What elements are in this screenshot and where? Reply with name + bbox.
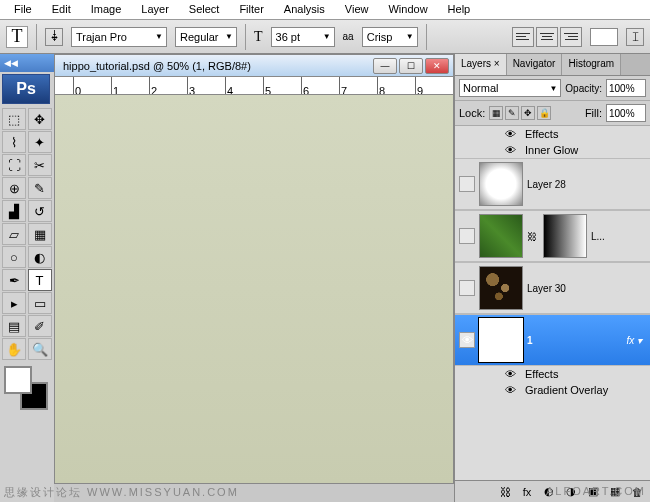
foreground-color-swatch[interactable] xyxy=(4,366,32,394)
blur-tool[interactable]: ○ xyxy=(2,246,26,268)
opacity-input[interactable]: 100% xyxy=(606,79,646,97)
layer-style-button[interactable]: fx xyxy=(518,484,536,500)
visibility-toggle[interactable] xyxy=(459,176,475,192)
divider xyxy=(245,24,246,50)
link-layers-button[interactable]: ⛓ xyxy=(496,484,514,500)
layer-thumbnail[interactable] xyxy=(479,214,523,258)
gradient-tool[interactable]: ▦ xyxy=(28,223,52,245)
hand-tool[interactable]: ✋ xyxy=(2,338,26,360)
divider xyxy=(426,24,427,50)
align-left-button[interactable] xyxy=(512,27,534,47)
mask-thumbnail[interactable] xyxy=(543,214,587,258)
font-family-dropdown[interactable]: Trajan Pro▼ xyxy=(71,27,167,47)
fx-indicator[interactable]: fx ▾ xyxy=(626,335,646,346)
new-group-button[interactable]: ▣ xyxy=(584,484,602,500)
canvas[interactable] xyxy=(55,95,453,483)
menu-layer[interactable]: Layer xyxy=(131,0,179,19)
delete-layer-button[interactable]: 🗑 xyxy=(628,484,646,500)
horizontal-ruler[interactable]: 0 1 2 3 4 5 6 7 8 9 10 xyxy=(55,77,453,95)
lock-position-icon[interactable]: ✥ xyxy=(521,106,535,120)
eye-icon[interactable]: 👁 xyxy=(505,128,519,140)
effect-inner-glow[interactable]: 👁Inner Glow xyxy=(455,142,650,158)
tab-navigator[interactable]: Navigator xyxy=(507,54,563,75)
maximize-button[interactable]: ☐ xyxy=(399,58,423,74)
pen-tool[interactable]: ✒ xyxy=(2,269,26,291)
layer-row-selected[interactable]: 👁 1 fx ▾ xyxy=(455,314,650,366)
layer-thumbnail[interactable] xyxy=(479,162,523,206)
layer-name[interactable]: 1 xyxy=(527,335,533,346)
font-style-dropdown[interactable]: Regular▼ xyxy=(175,27,237,47)
path-selection-tool[interactable]: ▸ xyxy=(2,292,26,314)
toolbox-header[interactable]: ◀◀ xyxy=(0,54,54,72)
warp-text-button[interactable]: 𝙸 xyxy=(626,28,644,46)
menu-file[interactable]: File xyxy=(4,0,42,19)
layer-name[interactable]: Layer 28 xyxy=(527,179,566,190)
history-brush-tool[interactable]: ↺ xyxy=(28,200,52,222)
visibility-toggle[interactable] xyxy=(459,228,475,244)
slice-tool[interactable]: ✂ xyxy=(28,154,52,176)
eye-icon[interactable]: 👁 xyxy=(505,368,519,380)
fill-input[interactable]: 100% xyxy=(606,104,646,122)
link-icon[interactable]: ⛓ xyxy=(527,231,539,242)
menu-filter[interactable]: Filter xyxy=(229,0,273,19)
align-right-button[interactable] xyxy=(560,27,582,47)
visibility-toggle[interactable] xyxy=(459,280,475,296)
zoom-tool[interactable]: 🔍 xyxy=(28,338,52,360)
menu-window[interactable]: Window xyxy=(378,0,437,19)
notes-tool[interactable]: ▤ xyxy=(2,315,26,337)
menu-analysis[interactable]: Analysis xyxy=(274,0,335,19)
menu-view[interactable]: View xyxy=(335,0,379,19)
menu-image[interactable]: Image xyxy=(81,0,132,19)
layer-row[interactable]: Layer 28 xyxy=(455,158,650,210)
lock-all-icon[interactable]: 🔒 xyxy=(537,106,551,120)
tab-layers[interactable]: Layers × xyxy=(455,54,507,75)
lock-pixels-icon[interactable]: ✎ xyxy=(505,106,519,120)
layer-thumbnail[interactable] xyxy=(479,266,523,310)
healing-tool[interactable]: ⊕ xyxy=(2,177,26,199)
adjustment-layer-button[interactable]: ◑ xyxy=(562,484,580,500)
font-size-dropdown[interactable]: 36 pt▼ xyxy=(271,27,335,47)
menu-help[interactable]: Help xyxy=(438,0,481,19)
text-color-swatch[interactable] xyxy=(590,28,618,46)
effects-row[interactable]: 👁Effects xyxy=(455,366,650,382)
move-tool[interactable]: ✥ xyxy=(28,108,52,130)
effect-gradient-overlay[interactable]: 👁Gradient Overlay xyxy=(455,382,650,398)
shape-tool[interactable]: ▭ xyxy=(28,292,52,314)
minimize-button[interactable]: — xyxy=(373,58,397,74)
tool-preset-indicator[interactable]: T xyxy=(6,26,28,48)
eraser-tool[interactable]: ▱ xyxy=(2,223,26,245)
visibility-toggle[interactable]: 👁 xyxy=(459,332,475,348)
antialias-dropdown[interactable]: Crisp▼ xyxy=(362,27,418,47)
crop-tool[interactable]: ⛶ xyxy=(2,154,26,176)
layer-row[interactable]: Layer 30 xyxy=(455,262,650,314)
stamp-tool[interactable]: ▟ xyxy=(2,200,26,222)
marquee-tool[interactable]: ⬚ xyxy=(2,108,26,130)
eye-icon[interactable]: 👁 xyxy=(505,144,519,156)
close-button[interactable]: ✕ xyxy=(425,58,449,74)
menu-bar: File Edit Image Layer Select Filter Anal… xyxy=(0,0,650,20)
new-layer-button[interactable]: ▦ xyxy=(606,484,624,500)
color-swatches[interactable] xyxy=(4,366,48,410)
eyedropper-tool[interactable]: ✐ xyxy=(28,315,52,337)
lock-transparency-icon[interactable]: ▦ xyxy=(489,106,503,120)
layer-name[interactable]: Layer 30 xyxy=(527,283,566,294)
layer-mask-button[interactable]: ◐ xyxy=(540,484,558,500)
layer-thumbnail[interactable] xyxy=(479,318,523,362)
layer-name[interactable]: L... xyxy=(591,231,605,242)
layer-row[interactable]: ⛓ L... xyxy=(455,210,650,262)
magic-wand-tool[interactable]: ✦ xyxy=(28,131,52,153)
text-orientation-button[interactable]: ⸸ xyxy=(45,28,63,46)
blend-mode-dropdown[interactable]: Normal▼ xyxy=(459,79,561,97)
dodge-tool[interactable]: ◐ xyxy=(28,246,52,268)
antialias-label: aa xyxy=(343,31,354,42)
tab-histogram[interactable]: Histogram xyxy=(562,54,621,75)
type-tool[interactable]: T xyxy=(28,269,52,291)
effects-row[interactable]: 👁Effects xyxy=(455,126,650,142)
lasso-tool[interactable]: ⌇ xyxy=(2,131,26,153)
brush-tool[interactable]: ✎ xyxy=(28,177,52,199)
document-titlebar[interactable]: hippo_tutorial.psd @ 50% (1, RGB/8#) — ☐… xyxy=(55,55,453,77)
menu-edit[interactable]: Edit xyxy=(42,0,81,19)
menu-select[interactable]: Select xyxy=(179,0,230,19)
align-center-button[interactable] xyxy=(536,27,558,47)
eye-icon[interactable]: 👁 xyxy=(505,384,519,396)
